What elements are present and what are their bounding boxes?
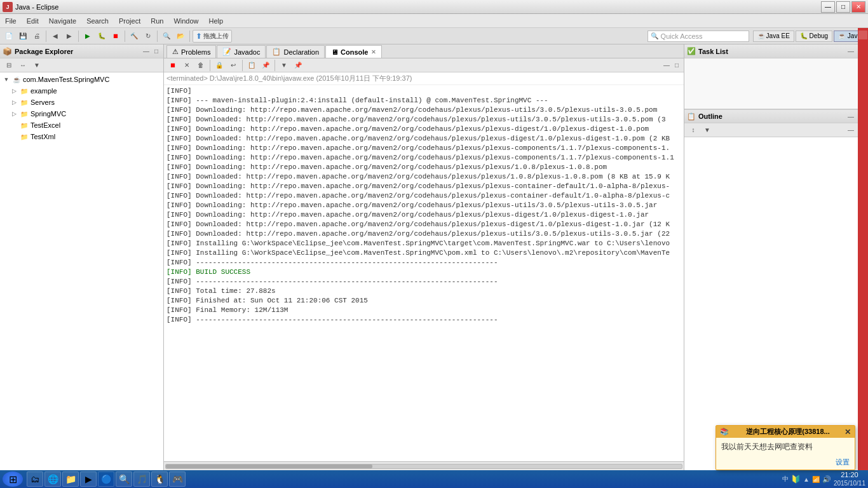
menu-project[interactable]: Project [114,16,146,26]
tab-declaration[interactable]: 📋 Declaration [266,45,325,58]
toolbar-run-button[interactable]: ▶ [81,30,94,43]
quick-access-box[interactable]: 🔍 Quick Access [648,30,749,42]
pkg-sync-button[interactable]: ↔ [17,59,29,72]
tab-problems[interactable]: ⚠ Problems [166,45,216,58]
outline-toolbar: ↕ ▼ — □ [684,123,868,137]
problems-icon: ⚠ [172,48,179,56]
perspective-javaee[interactable]: ☕Java EE [753,30,794,42]
javaee-icon: ☕ [757,32,765,39]
console-line-11: [INFO] Downloading: http://repo.maven.ap… [166,182,681,191]
start-icon: ⊞ [9,473,17,485]
console-maximize-button[interactable]: □ [672,61,681,70]
outline-collapse-button[interactable]: — [846,126,855,135]
menu-search[interactable]: Search [81,16,114,26]
pkg-menu-button[interactable]: ▼ [31,59,43,72]
tree-item-servers[interactable]: ▷ 📁 Servers [1,97,162,108]
toolbar-new-button[interactable]: 📄 [3,30,15,43]
javadoc-icon: 📝 [222,48,231,56]
panel-maximize-button[interactable]: □ [152,47,161,56]
scrollbar-track[interactable] [165,464,682,469]
toolbar-print-button[interactable]: 🖨 [31,30,43,43]
console-scroll-lock-button[interactable]: 🔒 [213,59,226,72]
taskbar-qq-icon[interactable]: 🐧 [151,471,168,487]
menu-file[interactable]: File [0,16,22,26]
taskbar-search-icon[interactable]: 🔍 [116,471,132,487]
console-word-wrap-button[interactable]: ↩ [227,59,240,72]
console-close-icon[interactable]: ✕ [371,49,376,55]
maximize-button[interactable]: □ [836,1,850,13]
toolbar: 📄 💾 🖨 ◀ ▶ ▶ 🐛 ⏹ 🔨 ↻ 🔍 📂 ⬆ 拖拽上传 🔍 Quick A… [0,28,868,44]
menu-window[interactable]: Window [168,16,203,26]
console-output[interactable]: [INFO] [INFO] --- maven-install-plugin:2… [164,85,684,461]
menu-help[interactable]: Help [204,16,229,26]
taskbar-folder-icon[interactable]: 📁 [62,471,79,487]
taskbar-browser-icon[interactable]: 🌐 [44,471,61,487]
taskbar-explorer-icon[interactable]: 🗂 [27,471,43,487]
start-button[interactable]: ⊞ [3,471,23,487]
console-open-button[interactable]: ▼ [278,59,290,72]
toolbar-next-button[interactable]: ▶ [63,30,76,43]
minimize-button[interactable]: — [821,1,835,13]
console-remove-button[interactable]: ✕ [180,59,193,72]
toolbar-build-button[interactable]: 🔨 [128,30,140,43]
console-minimize-button[interactable]: — [662,61,671,70]
close-button[interactable]: ✕ [851,1,865,13]
horizontal-scrollbar[interactable] [164,461,684,470]
console-paste-button[interactable]: 📌 [259,59,272,72]
tree-item-example[interactable]: ▷ 📁 example [1,85,162,97]
notification-body-text: 我以前天天想去网吧查资料 [721,442,813,451]
menu-edit[interactable]: Edit [22,16,44,26]
left-panel: 📦 Package Explorer — □ ⊟ ↔ ▼ ▼ ☕ com.Mav… [0,44,164,470]
toolbar-debug-button[interactable]: 🐛 [95,30,108,43]
notification-body: 我以前天天想去网吧查资料 [716,438,855,456]
notification-close-button[interactable]: ✕ [844,428,851,437]
console-area: <terminated> D:\Java\jre1.8.0_40\bin\jav… [164,72,684,470]
tab-problems-label: Problems [181,48,210,56]
outline-content [684,137,868,470]
taskbar-time-display[interactable]: 21:20 2015/10/11 [834,470,865,488]
taskbar-lang-icon: 中 [782,475,789,484]
console-pin-button[interactable]: 📌 [292,59,304,72]
notification-settings-link[interactable]: 设置 [836,458,850,466]
perspective-debug[interactable]: 🐛 Debug [796,30,832,42]
folder-icon-servers: 📁 [19,97,29,107]
task-list-minimize-button[interactable]: — [846,47,855,56]
toolbar-separator-1 [46,30,46,42]
tab-javadoc[interactable]: 📝 Javadoc [217,45,266,58]
toolbar-refresh-button[interactable]: ↻ [142,30,154,43]
toolbar-open-button[interactable]: 📂 [174,30,187,43]
taskbar-up-arrow-icon[interactable]: ▲ [803,476,810,483]
taskbar-circle-icon[interactable]: 🔵 [98,471,114,487]
console-line-25: [INFO] ---------------------------------… [166,315,681,325]
tree-label-testexcel: TestExcel [31,121,60,129]
tab-console[interactable]: 🖥 Console ✕ [325,45,381,58]
menu-run[interactable]: Run [146,16,168,26]
console-terminate-button[interactable]: ⏹ [166,59,179,72]
taskbar-media-icon[interactable]: ▶ [80,471,97,487]
taskbar-music-icon[interactable]: 🎵 [133,471,150,487]
toolbar-save-button[interactable]: 💾 [17,30,29,43]
console-sep-1 [210,60,210,71]
menu-navigate[interactable]: Navigate [44,16,81,26]
pkg-collapse-button[interactable]: ⊟ [3,59,15,72]
outline-filter-button[interactable]: ▼ [701,124,714,137]
declaration-icon: 📋 [272,48,281,56]
toolbar-stop-button[interactable]: ⏹ [109,30,122,43]
taskbar-time: 21:20 [834,470,865,479]
toolbar-search-button[interactable]: 🔍 [160,30,173,43]
task-list-title: Task List [698,48,728,55]
app-icon: J [3,2,13,12]
notification-footer: 设置 [716,456,855,470]
outline-minimize-button[interactable]: — [846,112,855,121]
console-clear-button[interactable]: 🗑 [194,59,207,72]
outline-sort-button[interactable]: ↕ [687,124,700,137]
tree-item-testexcel[interactable]: 📁 TestExcel [1,119,162,131]
tree-item-testxml[interactable]: 📁 TestXml [1,131,162,142]
scrollbar-thumb[interactable] [166,464,372,468]
tree-item-root[interactable]: ▼ ☕ com.MavenTest.SpringMVC [1,74,162,85]
toolbar-prev-button[interactable]: ◀ [49,30,62,43]
tree-item-springmvc[interactable]: ▷ 📁 SpringMVC [1,108,162,119]
console-copy-button[interactable]: 📋 [245,59,258,72]
panel-minimize-button[interactable]: — [142,47,151,56]
taskbar-game-icon[interactable]: 🎮 [169,471,186,487]
